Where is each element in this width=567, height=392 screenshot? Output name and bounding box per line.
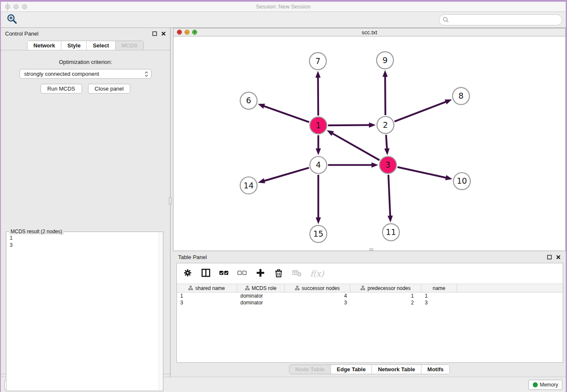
tab-network-table[interactable]: Network Table	[372, 365, 421, 374]
application-window: Session: New Session Control Panel	[1, 2, 566, 392]
node-label: 14	[244, 181, 254, 190]
tab-style[interactable]: Style	[61, 41, 87, 50]
float-table-panel-icon[interactable]	[547, 255, 552, 259]
control-panel-tabs: NetworkStyleSelectMCDS	[27, 41, 144, 50]
close-panel-icon[interactable]	[161, 31, 166, 36]
edge-3-10[interactable]	[397, 167, 452, 180]
edge-1-7[interactable]	[315, 71, 320, 116]
graph-node-7[interactable]: 7	[309, 52, 326, 69]
table-cell[interactable]: dominator	[237, 293, 285, 299]
run-mcds-button[interactable]: Run MCDS	[41, 84, 82, 94]
edge-4-3[interactable]	[328, 163, 378, 168]
table-row[interactable]: 1dominator411	[177, 293, 563, 299]
node-label: 15	[313, 229, 323, 238]
add-button[interactable]	[256, 268, 265, 279]
search-input[interactable]	[449, 16, 562, 24]
node-label: 1	[316, 121, 321, 130]
node-label: 10	[457, 177, 467, 186]
graph-node-15[interactable]: 15	[310, 226, 327, 243]
edge-2-8[interactable]	[394, 99, 452, 121]
graph-node-10[interactable]: 10	[454, 173, 471, 190]
edge-4-15[interactable]	[316, 175, 321, 224]
float-panel-icon[interactable]	[152, 31, 157, 36]
mcds-panel: Optimization criterion: strongly connect…	[1, 50, 170, 374]
network-canvas[interactable]: 7968124314101511	[173, 36, 565, 251]
deselect-all-icon	[237, 268, 247, 278]
node-label: 9	[383, 55, 388, 65]
delete-icon	[274, 268, 284, 278]
tab-node-table[interactable]: Node Table	[289, 365, 331, 374]
graph-node-3[interactable]: 3	[380, 157, 396, 174]
optimization-criterion-select[interactable]: strongly connected component	[19, 69, 151, 79]
edge-2-3[interactable]	[384, 135, 389, 155]
arrowhead-icon	[388, 215, 393, 222]
close-panel-button[interactable]: Close panel	[88, 84, 131, 94]
canvas-splitter-handle[interactable]	[369, 248, 373, 251]
table-cell[interactable]: 3	[285, 299, 350, 306]
select-all-button[interactable]	[219, 268, 229, 279]
edge-3-11[interactable]	[388, 175, 393, 223]
zoom-in-button[interactable]	[4, 13, 19, 26]
edge-1-4[interactable]	[316, 135, 321, 155]
columns-button[interactable]	[201, 268, 211, 279]
optimization-criterion-label: Optimization criterion:	[1, 59, 170, 65]
table-cell[interactable]: 2	[350, 299, 421, 306]
attribute-icon	[188, 286, 193, 290]
graph-node-9[interactable]: 9	[377, 52, 394, 69]
arrowhead-icon	[445, 99, 452, 105]
panel-splitter-handle[interactable]	[169, 197, 172, 204]
search-icon	[443, 17, 449, 23]
edge-4-14[interactable]	[258, 168, 309, 183]
tab-network[interactable]: Network	[28, 41, 61, 50]
table-row[interactable]: 3dominator323	[177, 299, 563, 306]
tab-select[interactable]: Select	[87, 41, 115, 50]
column-header-predecessor-nodes[interactable]: predecessor nodes	[350, 284, 421, 292]
search-box[interactable]	[439, 14, 562, 25]
table-cell[interactable]: 3	[177, 299, 237, 306]
memory-button[interactable]: Memory	[528, 380, 562, 390]
network-window-titlebar[interactable]: scc.txt ✕ − +	[173, 28, 565, 36]
table-cell[interactable]: dominator	[237, 299, 285, 306]
node-label: 2	[383, 120, 388, 130]
column-header-shared-name[interactable]: shared name	[177, 284, 237, 292]
column-header-MCDS-role[interactable]: MCDS role	[237, 284, 285, 292]
graph-node-8[interactable]: 8	[453, 88, 470, 105]
column-header-successor-nodes[interactable]: successor nodes	[285, 284, 350, 292]
title-bar: Session: New Session	[1, 2, 566, 12]
gear-button[interactable]	[183, 268, 193, 279]
arrowhead-icon	[383, 70, 388, 77]
arrowhead-icon	[369, 122, 376, 127]
edge-2-9[interactable]	[383, 70, 388, 116]
graph-node-1[interactable]: 1	[310, 117, 327, 134]
graph-node-6[interactable]: 6	[240, 92, 257, 109]
arrowhead-icon	[316, 218, 321, 224]
column-header-name[interactable]: name	[421, 284, 457, 292]
close-table-panel-icon[interactable]	[556, 255, 561, 259]
graph-node-14[interactable]: 14	[240, 177, 257, 194]
table-cell[interactable]: 1	[421, 293, 457, 299]
deselect-all-button[interactable]	[237, 268, 247, 279]
mcds-result-list[interactable]: 1 3	[6, 232, 163, 251]
arrowhead-icon	[315, 71, 320, 78]
edge-1-6[interactable]	[258, 104, 309, 122]
select-all-icon	[219, 268, 229, 278]
graph-node-2[interactable]: 2	[377, 116, 394, 133]
node-label: 4	[316, 160, 321, 169]
table-cell[interactable]: 4	[285, 293, 350, 299]
edge-3-1[interactable]	[327, 130, 380, 160]
tab-motifs[interactable]: Motifs	[421, 365, 449, 374]
columns-icon	[201, 268, 211, 278]
delete-table-button	[292, 268, 302, 279]
result-scrollbar[interactable]	[159, 232, 162, 390]
main-toolbar	[1, 12, 566, 28]
table-cell[interactable]: 1	[177, 293, 237, 299]
edge-1-2[interactable]	[328, 122, 376, 127]
graph-node-4[interactable]: 4	[310, 157, 327, 174]
arrowhead-icon	[372, 163, 378, 168]
delete-button[interactable]	[274, 268, 284, 279]
table-cell[interactable]: 1	[350, 293, 421, 299]
graph-node-11[interactable]: 11	[383, 224, 399, 241]
table-cell[interactable]: 3	[421, 299, 457, 306]
tab-mcds[interactable]: MCDS	[116, 41, 143, 50]
tab-edge-table[interactable]: Edge Table	[331, 365, 372, 374]
